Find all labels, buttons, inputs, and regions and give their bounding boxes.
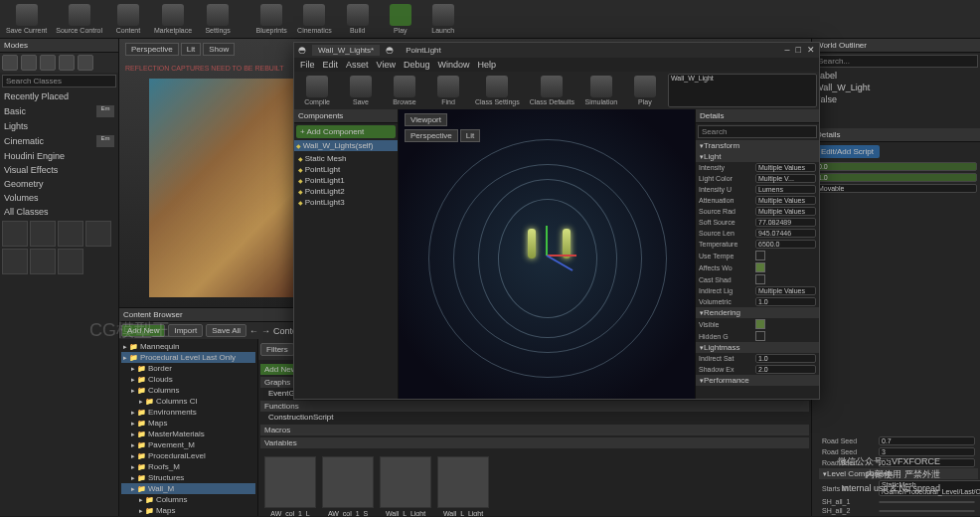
bp-classdef-button[interactable]: Class Defaults xyxy=(526,74,578,107)
folder-item[interactable]: ProceduralLevel xyxy=(121,450,255,461)
use-temperature-checkbox[interactable] xyxy=(755,251,765,260)
light-color-field[interactable]: Multiple V... xyxy=(755,174,816,183)
transform-group[interactable]: Transform xyxy=(696,140,819,151)
bp-perspective-dropdown[interactable]: Perspective xyxy=(405,129,458,142)
lit-dropdown[interactable]: Lit xyxy=(181,43,201,56)
x-field[interactable]: 0.0 xyxy=(815,162,977,171)
menu-view[interactable]: View xyxy=(377,60,396,70)
window-max-icon[interactable]: □ xyxy=(796,45,801,56)
folder-item[interactable]: MasterMaterials xyxy=(121,429,255,439)
component-point-light[interactable]: PointLight2 xyxy=(296,186,396,197)
blueprint-viewport[interactable]: Viewport Perspective Lit xyxy=(399,109,695,399)
bp-classset-button[interactable]: Class Settings xyxy=(471,74,524,107)
place-item[interactable] xyxy=(58,249,83,274)
save-all-button[interactable]: Save All xyxy=(206,324,246,337)
menu-help[interactable]: Help xyxy=(477,60,496,70)
foliage-mode-button[interactable] xyxy=(59,55,75,71)
bp-find-button[interactable]: Find xyxy=(427,74,469,107)
place-item[interactable] xyxy=(58,221,83,247)
menu-edit[interactable]: Edit xyxy=(323,60,339,70)
menu-debug[interactable]: Debug xyxy=(404,60,430,70)
folder-item[interactable]: Pavement_M xyxy=(121,439,255,450)
category-volumes[interactable]: Volumes xyxy=(0,191,118,205)
category-visual-effects[interactable]: Visual Effects xyxy=(0,163,118,177)
show-dropdown[interactable]: Show xyxy=(203,43,235,56)
performance-group[interactable]: Performance xyxy=(696,375,819,386)
place-item[interactable] xyxy=(30,249,56,274)
filters-button[interactable]: Filters xyxy=(260,343,294,356)
marketplace-button[interactable]: Marketplace xyxy=(150,2,196,36)
intensity-field[interactable]: Multiple Values xyxy=(755,163,816,172)
place-item[interactable] xyxy=(2,221,28,247)
geometry-mode-button[interactable] xyxy=(78,55,93,71)
settings-button[interactable]: Settings xyxy=(197,2,239,36)
transform-gizmo[interactable] xyxy=(547,255,548,256)
component-point-light[interactable]: PointLight3 xyxy=(296,197,396,208)
category-geometry[interactable]: Geometry xyxy=(0,177,118,191)
bp-compile-button[interactable]: Compile xyxy=(296,74,338,107)
category-cinematic[interactable]: CinematicEm xyxy=(0,133,118,149)
intensity-units-dropdown[interactable]: Lumens xyxy=(755,185,816,194)
paint-mode-button[interactable] xyxy=(21,55,37,71)
bp-browse-button[interactable]: Browse xyxy=(384,74,425,107)
sh2-field[interactable] xyxy=(879,510,975,512)
add-new-button[interactable]: Add New xyxy=(121,324,165,337)
folder-item[interactable]: Wall_M xyxy=(121,483,255,494)
play-button[interactable]: Play xyxy=(380,2,421,36)
landscape-mode-button[interactable] xyxy=(40,55,56,71)
rendering-group[interactable]: Rendering xyxy=(696,307,819,318)
source-length-field[interactable]: 945.07446 xyxy=(755,229,816,238)
asset-thumbnail[interactable]: AW_col_1_S xyxy=(322,456,374,516)
folder-item[interactable]: Columns CI xyxy=(121,396,255,407)
category-houdini-engine[interactable]: Houdini Engine xyxy=(0,149,118,163)
folder-item[interactable]: Mannequin xyxy=(121,341,255,352)
category-recently-placed[interactable]: Recently Placed xyxy=(0,89,118,103)
hidden-in-game-checkbox[interactable] xyxy=(755,331,765,341)
shadow-exponent-field[interactable]: 2.0 xyxy=(755,365,816,374)
volumetric-field[interactable]: 1.0 xyxy=(755,297,816,306)
component-static-mesh[interactable]: Static Mesh xyxy=(296,153,396,164)
source-control-button[interactable]: Source Control xyxy=(52,2,106,36)
bp-tab-main[interactable]: Wall_W_Lights* xyxy=(312,45,380,56)
place-mode-button[interactable] xyxy=(2,55,18,71)
folder-item[interactable]: Environments xyxy=(121,407,255,418)
gizmo-y-axis[interactable] xyxy=(546,226,548,256)
window-close-icon[interactable]: ✕ xyxy=(807,45,815,56)
bp-save-button[interactable]: Save xyxy=(340,74,382,107)
blueprints-button[interactable]: Blueprints xyxy=(250,2,292,36)
perspective-dropdown[interactable]: Perspective xyxy=(125,43,179,56)
place-item[interactable] xyxy=(30,221,56,247)
lightmass-group[interactable]: Lightmass xyxy=(696,342,819,353)
cinematics-button[interactable]: Cinematics xyxy=(293,2,336,36)
indirect-lighting-field[interactable]: Multiple Values xyxy=(755,286,816,295)
bp-play-button[interactable]: Play xyxy=(624,74,666,107)
menu-window[interactable]: Window xyxy=(437,60,469,70)
menu-asset[interactable]: Asset xyxy=(346,60,369,70)
variables-section[interactable]: Variables xyxy=(260,437,809,448)
bp-titlebar[interactable]: ◓ Wall_W_Lights* ◓ PointLight – □ ✕ xyxy=(294,43,819,58)
add-component-button[interactable]: + Add Component xyxy=(296,125,396,138)
category-basic[interactable]: BasicEm xyxy=(0,103,118,119)
content-button[interactable]: Content xyxy=(107,2,149,36)
component-root[interactable]: Wall_W_Lights(self) xyxy=(294,140,398,151)
outliner-item[interactable]: Wall_W_Light xyxy=(815,83,870,92)
sources-tree[interactable]: MannequinProcedural Level Last OnlyBorde… xyxy=(119,339,258,516)
asset-thumbnail[interactable]: Wall_L_Light xyxy=(437,456,489,516)
folder-item[interactable]: Columns xyxy=(121,385,255,396)
folder-item[interactable]: Structures xyxy=(121,472,255,483)
folder-item[interactable]: Border xyxy=(121,363,255,374)
visible-checkbox[interactable] xyxy=(755,319,765,329)
place-item[interactable] xyxy=(85,221,111,247)
gizmo-x-axis[interactable] xyxy=(547,255,576,257)
component-point-light[interactable]: PointLight xyxy=(296,164,396,175)
bp-tab-secondary[interactable]: PointLight xyxy=(400,45,447,56)
bp-details-search[interactable]: Search xyxy=(698,125,817,138)
road-seed-field[interactable]: 0.7 xyxy=(879,436,975,445)
launch-button[interactable]: Launch xyxy=(422,2,464,36)
macros-section[interactable]: Macros xyxy=(260,425,809,435)
bp-lit-dropdown[interactable]: Lit xyxy=(460,129,480,142)
folder-item[interactable]: Maps xyxy=(121,418,255,429)
indirect-sat-field[interactable]: 1.0 xyxy=(755,354,816,363)
folder-item[interactable]: Columns xyxy=(121,494,255,505)
folder-item[interactable]: Roofs_M xyxy=(121,461,255,472)
